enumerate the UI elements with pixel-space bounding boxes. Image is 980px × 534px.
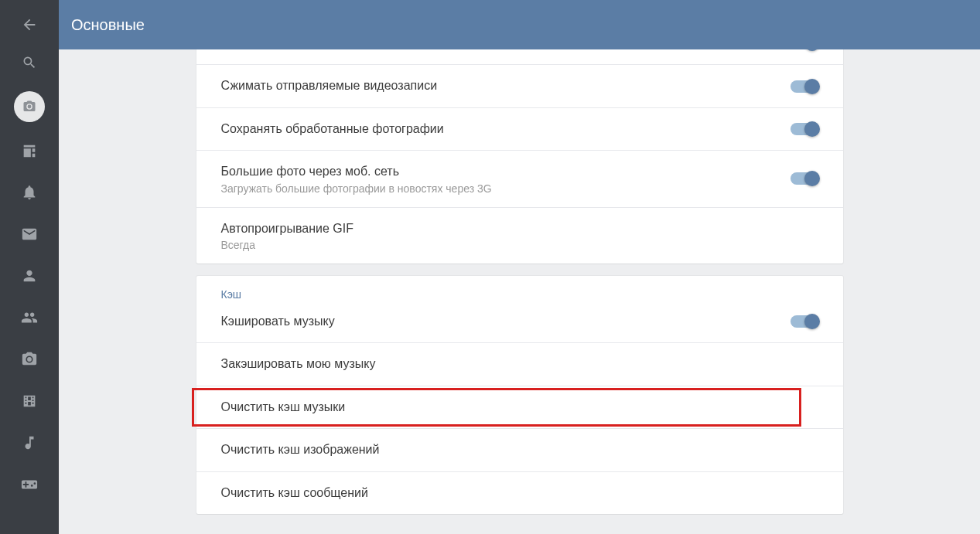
setting-label: Очистить кэш изображений — [221, 441, 380, 458]
toggle-switch[interactable] — [790, 123, 818, 135]
sidebar-item-games[interactable] — [0, 464, 59, 505]
content-area[interactable]: Сжимать отправляемые фотографии Сжимать … — [59, 49, 980, 534]
toggle-switch[interactable] — [790, 80, 818, 93]
setting-cache-music[interactable]: Кэшировать музыку — [196, 301, 843, 342]
setting-label: Большие фото через моб. сеть — [221, 163, 492, 180]
camera-icon — [21, 351, 38, 368]
bell-icon — [21, 184, 38, 201]
group-icon — [21, 309, 38, 326]
person-icon — [21, 267, 38, 284]
setting-clear-image-cache[interactable]: Очистить кэш изображений — [196, 428, 843, 471]
setting-label: Сохранять обработанные фотографии — [221, 121, 444, 138]
setting-label: Сжимать отправляемые видеозаписи — [221, 77, 438, 94]
search-button[interactable] — [0, 42, 59, 83]
sidebar-item-photos[interactable] — [0, 338, 59, 380]
setting-label: Автопроигрывание GIF — [221, 220, 354, 237]
topbar: Основные — [59, 0, 980, 49]
setting-compress-videos[interactable]: Сжимать отправляемые видеозаписи — [196, 64, 843, 107]
setting-cache-my-music[interactable]: Закэшировать мою музыку — [196, 342, 843, 385]
setting-clear-message-cache[interactable]: Очистить кэш сообщений — [196, 471, 843, 514]
setting-sublabel: Загружать большие фотографии в новостях … — [221, 182, 492, 195]
gamepad-icon — [21, 476, 38, 493]
music-icon — [21, 434, 38, 451]
page-title: Основные — [71, 16, 145, 34]
sidebar-item-music[interactable] — [0, 422, 59, 464]
news-icon — [21, 142, 38, 159]
film-icon — [21, 393, 38, 410]
toggle-switch[interactable] — [790, 172, 818, 185]
setting-clear-music-cache[interactable]: Очистить кэш музыки — [196, 386, 843, 428]
setting-sublabel: Всегда — [221, 239, 354, 251]
toggle-switch[interactable] — [790, 315, 818, 328]
setting-label: Закэшировать мою музыку — [221, 355, 376, 372]
setting-save-processed-photos[interactable]: Сохранять обработанные фотографии — [196, 107, 843, 150]
camera-icon — [22, 100, 36, 114]
arrow-left-icon — [21, 16, 38, 33]
avatar — [14, 91, 45, 122]
sidebar-item-news[interactable] — [0, 130, 59, 172]
cache-settings-panel: Кэш Кэшировать музыку Закэшировать мою м… — [196, 276, 843, 514]
sidebar-item-notifications[interactable] — [0, 172, 59, 213]
setting-large-photos-mobile[interactable]: Большие фото через моб. сеть Загружать б… — [196, 150, 843, 206]
setting-label: Очистить кэш сообщений — [221, 485, 368, 502]
main: Основные Сжимать отправляемые фотографии… — [59, 0, 980, 534]
setting-label: Кэшировать музыку — [221, 313, 335, 330]
sidebar-item-messages[interactable] — [0, 213, 59, 255]
section-header-cache: Кэш — [196, 276, 843, 301]
search-icon — [22, 55, 37, 70]
setting-compress-photos[interactable]: Сжимать отправляемые фотографии — [196, 49, 843, 64]
media-settings-panel: Сжимать отправляемые фотографии Сжимать … — [196, 49, 843, 264]
sidebar-item-videos[interactable] — [0, 380, 59, 422]
sidebar — [0, 0, 59, 534]
setting-autoplay-gif[interactable]: Автопроигрывание GIF Всегда — [196, 207, 843, 264]
sidebar-avatar[interactable] — [0, 83, 59, 130]
mail-icon — [21, 226, 38, 243]
sidebar-item-profile[interactable] — [0, 255, 59, 297]
sidebar-item-groups[interactable] — [0, 297, 59, 338]
back-button[interactable] — [0, 8, 59, 42]
setting-label: Очистить кэш музыки — [221, 399, 346, 416]
setting-label: Сжимать отправляемые фотографии — [221, 49, 435, 52]
